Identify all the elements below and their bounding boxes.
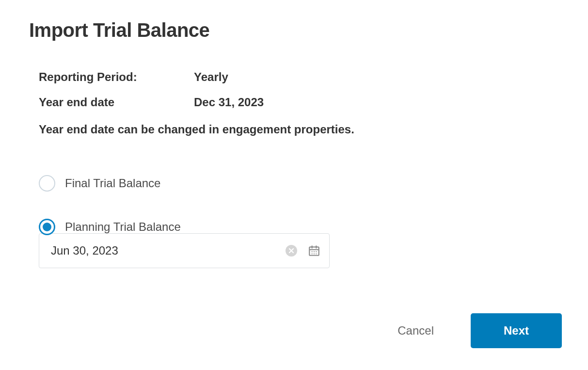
cancel-button[interactable]: Cancel <box>390 320 442 341</box>
import-trial-balance-dialog: Import Trial Balance Reporting Period: Y… <box>0 0 588 268</box>
final-trial-balance-option[interactable]: Final Trial Balance <box>39 175 559 192</box>
dialog-footer: Cancel Next <box>390 313 562 348</box>
planning-date-field[interactable] <box>39 233 330 268</box>
planning-date-field-wrap <box>29 233 559 268</box>
svg-point-6 <box>316 251 317 252</box>
final-trial-balance-label: Final Trial Balance <box>65 177 160 190</box>
reporting-period-value: Yearly <box>194 70 228 84</box>
dialog-title: Import Trial Balance <box>29 19 559 41</box>
svg-point-4 <box>312 251 313 252</box>
reporting-period-row: Reporting Period: Yearly <box>39 70 559 84</box>
svg-point-7 <box>312 253 313 254</box>
radio-selected-icon <box>39 219 55 235</box>
next-button[interactable]: Next <box>471 313 562 348</box>
planning-trial-balance-option[interactable]: Planning Trial Balance <box>39 219 559 235</box>
calendar-icon[interactable] <box>308 244 320 257</box>
planning-trial-balance-label: Planning Trial Balance <box>65 220 181 234</box>
year-end-row: Year end date Dec 31, 2023 <box>39 96 559 109</box>
svg-point-9 <box>316 253 317 254</box>
svg-point-8 <box>314 253 315 254</box>
reporting-period-label: Reporting Period: <box>39 70 194 84</box>
info-block: Reporting Period: Yearly Year end date D… <box>29 70 559 136</box>
clear-date-icon[interactable] <box>286 245 297 257</box>
radio-unselected-icon <box>39 175 55 192</box>
year-end-note: Year end date can be changed in engageme… <box>39 123 559 136</box>
year-end-label: Year end date <box>39 96 194 109</box>
planning-date-input[interactable] <box>50 243 286 258</box>
svg-point-5 <box>314 251 315 252</box>
year-end-value: Dec 31, 2023 <box>194 96 264 109</box>
trial-balance-type-group: Final Trial Balance Planning Trial Balan… <box>29 175 559 235</box>
